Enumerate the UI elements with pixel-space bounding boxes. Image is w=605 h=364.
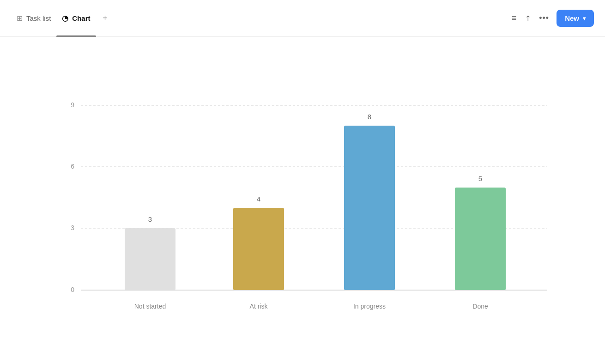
y-label-9: 9 bbox=[71, 101, 74, 109]
bar-label-in-progress: In progress bbox=[353, 303, 386, 310]
tab-chart[interactable]: ◔ Chart bbox=[56, 0, 96, 36]
bar-label-done: Done bbox=[472, 303, 488, 310]
more-options-icon[interactable]: ••• bbox=[539, 13, 549, 23]
bar-value-at-risk: 4 bbox=[257, 195, 260, 203]
task-list-icon: ⊞ bbox=[17, 14, 23, 23]
chevron-down-icon: ▾ bbox=[583, 15, 586, 22]
add-tab-button[interactable]: + bbox=[98, 11, 113, 26]
chart-icon: ◔ bbox=[62, 14, 68, 23]
bar-label-not-started: Not started bbox=[134, 303, 166, 310]
new-button-label: New bbox=[565, 14, 579, 22]
bar-not-started bbox=[125, 228, 175, 290]
tab-task-list[interactable]: ⊞ Task list bbox=[11, 0, 56, 36]
bar-value-in-progress: 8 bbox=[368, 113, 371, 121]
bar-value-not-started: 3 bbox=[148, 215, 152, 223]
filter-icon[interactable]: ≡ bbox=[512, 13, 517, 23]
tab-chart-label: Chart bbox=[72, 14, 90, 22]
chart-svg: 9 6 3 0 3 Not started 4 At risk 8 In pro… bbox=[48, 96, 557, 327]
bar-at-risk bbox=[233, 208, 284, 290]
bar-value-done: 5 bbox=[478, 175, 482, 182]
chart-container: 9 6 3 0 3 Not started 4 At risk 8 In pro… bbox=[0, 37, 605, 364]
tab-task-list-label: Task list bbox=[26, 14, 51, 22]
toolbar-icons: ≡ ↗ ••• bbox=[512, 13, 549, 23]
bar-label-at-risk: At risk bbox=[250, 303, 268, 310]
chart-area: 9 6 3 0 3 Not started 4 At risk 8 In pro… bbox=[48, 96, 557, 327]
bar-done bbox=[455, 188, 506, 290]
y-label-3: 3 bbox=[71, 224, 74, 231]
y-label-0: 0 bbox=[71, 286, 74, 293]
y-label-6: 6 bbox=[71, 163, 74, 170]
bar-in-progress bbox=[344, 126, 395, 290]
tab-bar: ⊞ Task list ◔ Chart + ≡ ↗ ••• New ▾ bbox=[0, 0, 605, 37]
shrink-icon[interactable]: ↗ bbox=[522, 13, 533, 24]
new-button[interactable]: New ▾ bbox=[557, 10, 594, 27]
